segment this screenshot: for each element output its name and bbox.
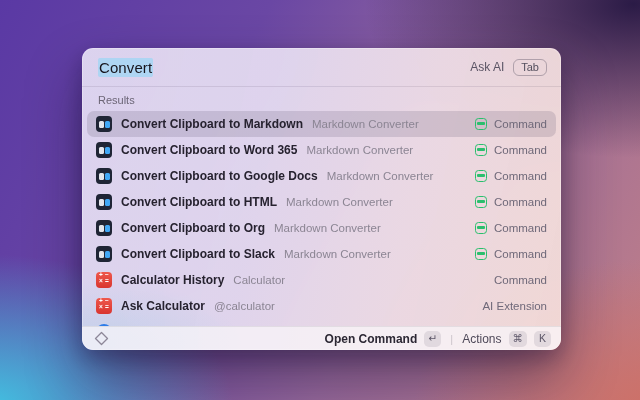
result-type-label: Command <box>494 222 547 234</box>
command-window-icon <box>475 170 487 182</box>
result-title: Calculator History <box>121 273 224 287</box>
markdown-converter-icon <box>96 194 112 210</box>
launcher-window: Convert Ask AI Tab Results Convert Clipb… <box>82 48 561 350</box>
command-window-icon <box>475 118 487 130</box>
result-subtitle: Markdown Converter <box>286 196 393 208</box>
result-title: Ask Calculator <box>121 299 205 313</box>
result-type-label: Command <box>494 274 547 286</box>
search-bar[interactable]: Convert Ask AI Tab <box>82 48 561 86</box>
command-key-icon[interactable]: ⌘ <box>509 331 528 347</box>
result-type-label: Command <box>494 248 547 260</box>
markdown-converter-icon <box>96 246 112 262</box>
command-window-icon <box>475 196 487 208</box>
result-subtitle: Markdown Converter <box>306 144 413 156</box>
markdown-converter-icon <box>96 220 112 236</box>
calculator-icon: +−×= <box>96 272 112 288</box>
result-title: Convert Clipboard to Markdown <box>121 117 303 131</box>
result-type-label: Command <box>494 144 547 156</box>
command-window-icon <box>475 144 487 156</box>
desktop-background: Convert Ask AI Tab Results Convert Clipb… <box>0 0 640 400</box>
result-subtitle: Markdown Converter <box>327 170 434 182</box>
search-input[interactable]: Convert <box>98 59 153 76</box>
k-key-icon[interactable]: K <box>534 331 551 347</box>
results-list: Convert Clipboard to Markdown Markdown C… <box>82 110 561 326</box>
return-key-icon[interactable]: ↵ <box>424 331 441 347</box>
result-row[interactable]: Convert Clipboard to Google Docs Markdow… <box>87 163 556 189</box>
result-subtitle: @calculator <box>214 300 275 312</box>
tab-key-badge: Tab <box>513 59 547 76</box>
result-type-label: Command <box>494 118 547 130</box>
command-window-icon <box>475 248 487 260</box>
raycast-logo-icon <box>94 331 109 346</box>
actions-button[interactable]: Actions <box>462 332 501 346</box>
result-title: Convert Clipboard to Google Docs <box>121 169 318 183</box>
result-row[interactable]: Convert Clipboard to Markdown Markdown C… <box>87 111 556 137</box>
result-row[interactable]: VoiceOver Accessibility System Settings <box>87 319 556 326</box>
result-subtitle: Calculator <box>233 274 285 286</box>
markdown-converter-icon <box>96 168 112 184</box>
results-section-label: Results <box>82 87 561 110</box>
result-subtitle: Markdown Converter <box>312 118 419 130</box>
command-window-icon <box>475 222 487 234</box>
open-command-button[interactable]: Open Command <box>325 332 418 346</box>
result-row[interactable]: Convert Clipboard to Slack Markdown Conv… <box>87 241 556 267</box>
footer-separator: | <box>448 333 455 345</box>
result-row[interactable]: Convert Clipboard to Org Markdown Conver… <box>87 215 556 241</box>
ask-ai-button[interactable]: Ask AI <box>470 60 504 74</box>
markdown-converter-icon <box>96 116 112 132</box>
result-row[interactable]: +−×= Calculator History Calculator Comma… <box>87 267 556 293</box>
markdown-converter-icon <box>96 142 112 158</box>
result-title: Convert Clipboard to Word 365 <box>121 143 297 157</box>
result-type-label: Command <box>494 196 547 208</box>
result-row[interactable]: Convert Clipboard to Word 365 Markdown C… <box>87 137 556 163</box>
result-subtitle: Markdown Converter <box>274 222 381 234</box>
result-subtitle: Markdown Converter <box>284 248 391 260</box>
result-title: Convert Clipboard to Slack <box>121 247 275 261</box>
calculator-icon: +−×= <box>96 298 112 314</box>
result-row[interactable]: Convert Clipboard to HTML Markdown Conve… <box>87 189 556 215</box>
result-title: Convert Clipboard to Org <box>121 221 265 235</box>
footer-bar: Open Command ↵ | Actions ⌘ K <box>82 326 561 350</box>
selected-query-text: Convert <box>98 58 153 77</box>
result-type-label: AI Extension <box>482 300 547 312</box>
result-row[interactable]: +−×= Ask Calculator @calculator AI Exten… <box>87 293 556 319</box>
result-type-label: Command <box>494 170 547 182</box>
result-title: Convert Clipboard to HTML <box>121 195 277 209</box>
